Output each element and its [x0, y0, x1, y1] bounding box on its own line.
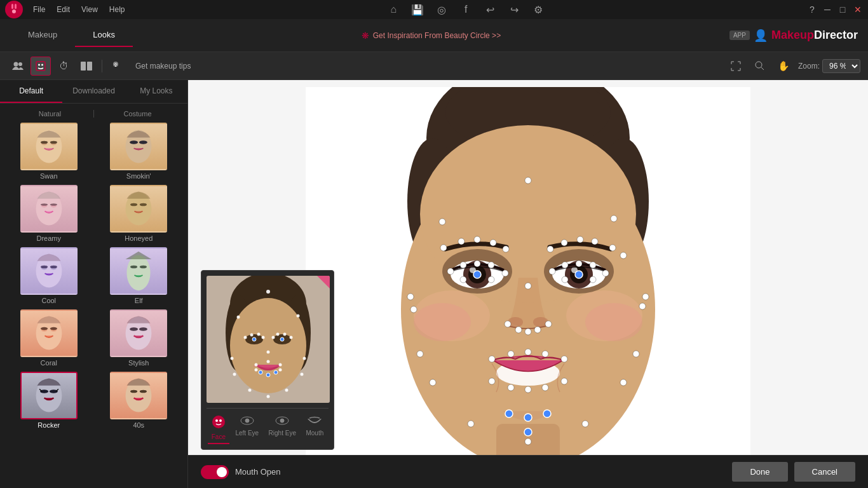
look-item-dreamy[interactable]: Dreamy	[6, 185, 92, 242]
toolbar-hand-btn[interactable]: ✋	[774, 57, 794, 76]
tab-looks[interactable]: Looks	[75, 24, 133, 47]
svg-point-37	[130, 266, 137, 269]
look-label-swan: Swan	[40, 172, 58, 180]
category-natural: Natural	[6, 110, 93, 118]
sidebar-tab-default[interactable]: Default	[0, 80, 62, 103]
svg-point-83	[474, 236, 480, 243]
svg-point-98	[488, 276, 494, 283]
nav-save-icon[interactable]: 💾	[410, 4, 424, 16]
nav-home-icon[interactable]: ⌂	[386, 4, 400, 15]
look-item-smokin[interactable]: Smokin'	[97, 123, 182, 180]
look-item-40s[interactable]: 40s	[97, 372, 182, 429]
thumb-tab-left-eye[interactable]: Left Eye	[231, 412, 262, 444]
svg-point-161	[255, 363, 258, 367]
canvas-area[interactable]: Face Left Eye	[188, 80, 868, 488]
titlebar-left: File Edit View Help	[5, 1, 125, 18]
zoom-select[interactable]: 96 % 50 % 75 % 100 % 125 %	[822, 59, 860, 73]
toolbar-face-btn[interactable]	[31, 57, 51, 76]
svg-point-34	[41, 266, 48, 269]
look-item-stylish[interactable]: Stylish	[97, 309, 182, 367]
svg-point-154	[262, 336, 265, 339]
sidebar-tab-downloaded[interactable]: Downloaded	[62, 80, 125, 103]
svg-point-149	[297, 315, 300, 318]
svg-point-155	[272, 336, 275, 339]
app-logo-icon	[5, 1, 23, 18]
thumb-tab-mouth[interactable]: Mouth	[302, 412, 327, 444]
app-title: MakeupDirector	[771, 29, 858, 42]
nav-redo-icon[interactable]: ↪	[507, 4, 521, 16]
header-tabs: Makeup Looks	[10, 24, 133, 47]
nav-undo-icon[interactable]: ↩	[483, 4, 497, 16]
cancel-button[interactable]: Cancel	[794, 462, 855, 482]
nav-beauty-icon[interactable]: ◎	[435, 4, 449, 16]
toolbar-people-btn[interactable]	[8, 57, 28, 76]
svg-point-170	[233, 373, 236, 376]
svg-point-51	[130, 390, 137, 393]
look-label-honeyed: Honeyed	[125, 234, 153, 242]
mouth-open-section: Mouth Open	[201, 465, 281, 479]
svg-point-144	[230, 298, 306, 393]
look-label-stylish: Stylish	[128, 359, 149, 367]
svg-point-178	[219, 419, 222, 422]
svg-point-94	[474, 261, 480, 267]
mouth-open-toggle-switch[interactable]	[201, 465, 229, 479]
menu-help[interactable]: Help	[109, 5, 125, 14]
menu-file[interactable]: File	[33, 5, 45, 14]
svg-point-92	[447, 268, 454, 274]
toolbar-tips-icon[interactable]	[107, 57, 128, 76]
maximize-button[interactable]: □	[837, 4, 848, 15]
right-eye-label: Right Eye	[269, 430, 296, 437]
look-item-honeyed[interactable]: Honeyed	[97, 185, 182, 242]
titlebar-nav: ⌂ 💾 ◎ f ↩ ↪ ⚙	[386, 4, 545, 16]
look-item-swan[interactable]: Swan	[6, 123, 92, 180]
svg-point-18	[41, 141, 48, 144]
svg-point-89	[592, 238, 598, 245]
thumbnail-face-svg	[207, 276, 330, 403]
sidebar: Default Downloaded My Looks Natural Cost…	[0, 80, 188, 488]
svg-point-84	[490, 240, 496, 246]
tab-makeup[interactable]: Makeup	[10, 24, 75, 47]
svg-point-169	[231, 357, 234, 360]
tips-label: Get makeup tips	[135, 62, 191, 71]
toolbar-compare-btn[interactable]	[76, 57, 97, 76]
svg-point-127	[508, 384, 514, 391]
toolbar-fullscreen-btn[interactable]	[726, 57, 746, 76]
promo-banner[interactable]: ❋ Get Inspiration From Beauty Circle >>	[362, 30, 501, 41]
svg-point-138	[407, 294, 414, 300]
svg-point-135	[582, 421, 588, 427]
toolbar-history-btn[interactable]: ⏱	[53, 57, 74, 76]
svg-point-167	[255, 369, 258, 372]
look-item-coral[interactable]: Coral	[6, 309, 92, 367]
svg-point-88	[577, 236, 583, 243]
thumb-tab-right-eye[interactable]: Right Eye	[265, 412, 300, 444]
look-item-elf[interactable]: Elf	[97, 247, 182, 304]
help-button[interactable]: ?	[807, 4, 817, 15]
svg-rect-2	[15, 4, 17, 9]
menu-edit[interactable]: Edit	[57, 5, 70, 14]
menu-view[interactable]: View	[81, 5, 98, 14]
svg-point-176	[212, 416, 225, 428]
svg-point-137	[633, 351, 639, 357]
svg-point-113	[545, 321, 552, 327]
look-item-rocker[interactable]: Rocker	[6, 372, 92, 429]
thumb-tab-face[interactable]: Face	[208, 412, 229, 444]
svg-point-107	[602, 270, 609, 276]
svg-point-120	[561, 356, 567, 362]
user-icon[interactable]: 👤	[754, 29, 768, 43]
svg-point-150	[244, 336, 247, 339]
sidebar-tab-mylooks[interactable]: My Looks	[125, 80, 187, 103]
svg-point-172	[267, 395, 270, 398]
svg-point-158	[280, 337, 284, 341]
nav-facebook-icon[interactable]: f	[459, 4, 473, 15]
close-button[interactable]: ✕	[853, 4, 863, 15]
right-eye-icon	[275, 415, 289, 428]
tips-button[interactable]: Get makeup tips	[135, 62, 191, 71]
done-button[interactable]: Done	[732, 462, 787, 482]
svg-point-96	[473, 271, 481, 278]
face-tab-icon	[212, 415, 226, 432]
toolbar-search-btn[interactable]	[750, 57, 770, 76]
svg-point-166	[274, 370, 278, 374]
look-item-cool[interactable]: Cool	[6, 247, 92, 304]
nav-settings-icon[interactable]: ⚙	[531, 4, 545, 16]
minimize-button[interactable]: ─	[822, 4, 832, 15]
